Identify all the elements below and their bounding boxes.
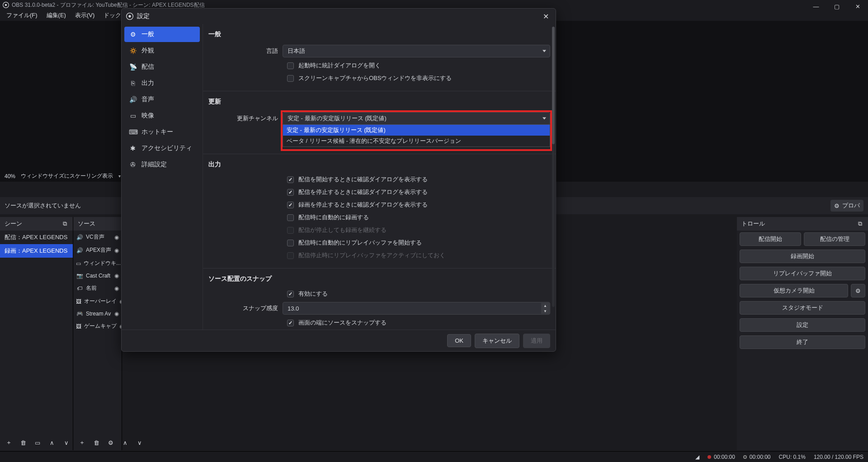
start-stream-button[interactable]: 配信開始 [740, 232, 801, 246]
preview-scaling[interactable]: ウィンドウサイズにスケーリング表示 [21, 172, 113, 180]
checkbox[interactable] [287, 202, 294, 208]
source-type-icon: ▭ [76, 260, 81, 267]
snap-sensitivity-label: スナップ感度 [203, 304, 283, 312]
visibility-icon[interactable]: ◉ [114, 285, 119, 292]
language-select[interactable]: 日本語 [283, 45, 550, 57]
checkbox[interactable] [287, 176, 294, 183]
properties-button[interactable]: ⚙プロパ [830, 200, 863, 212]
close-button[interactable]: ✕ [540, 11, 551, 22]
update-channel-label: 更新チャンネル [203, 114, 283, 123]
source-label: ゲームキャプ [84, 322, 117, 330]
category-video[interactable]: ▭映像 [124, 108, 200, 123]
source-item[interactable]: 🖼オーバーレイ◉ [73, 295, 122, 308]
studio-mode-button[interactable]: スタジオモード [740, 301, 865, 315]
filter-icon[interactable]: ▭ [33, 438, 42, 448]
scene-item[interactable]: 配信：APEX LEGENDS [0, 231, 73, 244]
source-label: APEX音声 [86, 246, 111, 254]
spin-down-icon[interactable]: ▼ [541, 308, 549, 314]
apply-button[interactable]: 適用 [523, 334, 550, 348]
source-item[interactable]: 🖼ゲームキャプ◉ [73, 320, 122, 333]
snap-sensitivity-input[interactable]: 13.0▲▼ [283, 302, 550, 315]
checkbox[interactable] [287, 240, 294, 246]
chevron-down-icon[interactable]: ▾ [118, 174, 121, 179]
up-icon[interactable]: ∧ [47, 438, 57, 448]
controls-title: トロール [741, 220, 765, 228]
section-update-heading: 更新 [203, 91, 556, 110]
source-item[interactable]: ▭ウィンドウキ...◉ [73, 257, 122, 270]
delete-icon[interactable]: 🗑 [91, 438, 101, 448]
section-output-heading: 出力 [203, 154, 556, 173]
manage-stream-button[interactable]: 配信の管理 [804, 232, 865, 246]
settings-pane: 一般 言語 日本語 起動時に統計ダイアログを開く スクリーンキャプチャからOBS… [203, 24, 556, 330]
source-item[interactable]: 🎮Stream Av◉ [73, 308, 122, 320]
category-audio[interactable]: 🔊音声 [124, 92, 200, 107]
gear-icon[interactable]: ⚙ [106, 438, 116, 448]
source-type-icon: 🔊 [76, 247, 83, 254]
checkbox[interactable] [287, 75, 294, 82]
delete-icon[interactable]: 🗑 [18, 438, 28, 448]
add-icon[interactable]: ＋ [77, 438, 87, 448]
down-icon[interactable]: ∨ [135, 438, 145, 448]
source-item[interactable]: 🔊VC音声◉ [73, 231, 122, 244]
category-appearance[interactable]: 🔅外観 [124, 43, 200, 58]
checkbox[interactable] [287, 291, 294, 297]
no-source-text: ソースが選択されていません [5, 202, 81, 210]
settings-dialog: 設定 ✕ ⚙一般 🔅外観 📡配信 ⎘出力 🔊音声 ▭映像 ⌨ホットキー ✱アクセ… [121, 8, 556, 352]
visibility-icon[interactable]: ◉ [114, 234, 119, 240]
category-stream[interactable]: 📡配信 [124, 59, 200, 75]
settings-dialog-footer: OK キャンセル 適用 [122, 330, 556, 351]
start-record-button[interactable]: 録画開始 [740, 250, 865, 263]
popout-icon[interactable]: ⧉ [61, 220, 68, 227]
sources-tools: ＋ 🗑 ⚙ ∧ ∨ [73, 435, 148, 450]
visibility-icon[interactable]: ◉ [114, 273, 119, 279]
popout-icon[interactable]: ⧉ [856, 220, 863, 227]
snap-edge-label: 画面の端にソースをスナップする [298, 319, 387, 327]
source-label: 名前 [86, 284, 97, 292]
category-accessibility[interactable]: ✱アクセシビリティ [124, 141, 200, 156]
settings-dialog-title: 設定 [137, 12, 150, 20]
confirm-start-stream-label: 配信を開始するときに確認ダイアログを表示する [298, 175, 428, 184]
spin-up-icon[interactable]: ▲ [541, 303, 549, 308]
checkbox[interactable] [287, 62, 294, 69]
settings-category-list: ⚙一般 🔅外観 📡配信 ⎘出力 🔊音声 ▭映像 ⌨ホットキー ✱アクセシビリティ… [122, 24, 203, 330]
update-channel-option[interactable]: ベータ / リリース候補 - 潜在的に不安定なプレリリースバージョン [283, 136, 550, 146]
category-hotkeys[interactable]: ⌨ホットキー [124, 124, 200, 140]
accessibility-icon: ✱ [129, 145, 137, 152]
checkbox[interactable] [287, 189, 294, 196]
update-channel-dropdown: 安定 - 最新の安定版リリース (既定値) ベータ / リリース候補 - 潜在的… [283, 124, 550, 147]
scene-item[interactable]: 録画：APEX LEGENDS [0, 244, 73, 258]
scrollbar[interactable] [552, 27, 555, 307]
exit-button[interactable]: 終了 [740, 335, 865, 349]
category-output[interactable]: ⎘出力 [124, 75, 200, 91]
down-icon[interactable]: ∨ [61, 438, 71, 448]
up-icon[interactable]: ∧ [120, 438, 130, 448]
scenes-tools: ＋ 🗑 ▭ ∧ ∨ [0, 435, 75, 450]
category-advanced[interactable]: ✇詳細設定 [124, 157, 200, 172]
source-label: ウィンドウキ... [84, 259, 121, 267]
update-channel-option[interactable]: 安定 - 最新の安定版リリース (既定値) [283, 125, 550, 136]
stats-on-startup-label: 起動時に統計ダイアログを開く [298, 61, 381, 70]
checkbox[interactable] [287, 320, 294, 326]
virtual-cam-button[interactable]: 仮想カメラ開始 [740, 284, 848, 297]
scenes-title: シーン [5, 220, 22, 228]
obs-logo-icon [126, 13, 133, 20]
scrollbar-thumb[interactable] [552, 27, 555, 144]
source-item[interactable]: 🔊APEX音声◉ [73, 244, 122, 257]
speaker-icon: 🔊 [129, 96, 137, 103]
replay-buffer-button[interactable]: リプレイバッファ開始 [740, 267, 865, 280]
visibility-icon[interactable]: ◉ [114, 247, 119, 254]
add-icon[interactable]: ＋ [4, 438, 14, 448]
section-general-heading: 一般 [203, 24, 556, 43]
cancel-button[interactable]: キャンセル [475, 334, 519, 348]
checkbox[interactable] [287, 214, 294, 221]
settings-button[interactable]: 設定 [740, 318, 865, 332]
update-channel-select[interactable]: 安定 - 最新の安定版リリース (既定値) [283, 112, 550, 125]
source-item[interactable]: 📷Cast Craft◉ [73, 270, 122, 282]
category-general[interactable]: ⚙一般 [124, 27, 200, 42]
ok-button[interactable]: OK [447, 334, 471, 347]
keep-replay-label: 配信停止時にリプレイバッファをアクティブにしておく [298, 251, 445, 259]
visibility-icon[interactable]: ◉ [114, 311, 119, 317]
source-item[interactable]: 🏷名前◉ [73, 282, 122, 295]
cpu-usage: CPU: 0.1% [779, 454, 806, 460]
virtual-cam-settings-button[interactable]: ⚙ [851, 284, 865, 297]
